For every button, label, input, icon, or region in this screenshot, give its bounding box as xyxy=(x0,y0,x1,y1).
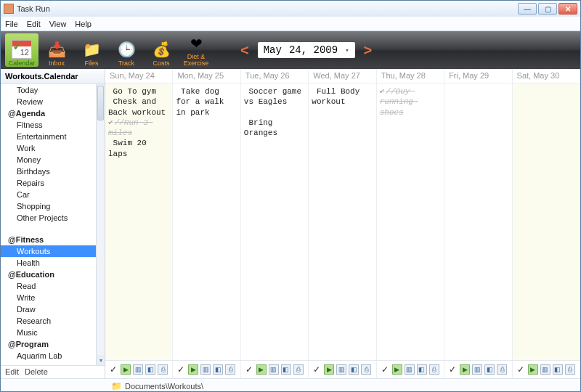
scroll-thumb[interactable] xyxy=(97,86,104,121)
sidebar-item-read[interactable]: Read xyxy=(1,280,105,292)
play-icon[interactable]: ▶ xyxy=(392,364,402,375)
sidebar-item-repairs[interactable]: Repairs xyxy=(1,177,105,189)
window-icon[interactable]: ▥ xyxy=(405,364,415,375)
day-column[interactable]: Go To gymChesk and Back workout//Run 3 m… xyxy=(105,83,173,360)
print-icon[interactable]: ⎙ xyxy=(429,364,439,375)
toolbar-diet-button[interactable]: ❤Diet & Exercise xyxy=(179,33,213,67)
check-icon[interactable]: ✓ xyxy=(244,364,254,375)
day-column[interactable] xyxy=(444,83,512,360)
toolbar-inbox-button[interactable]: 📥Inbox xyxy=(40,33,73,67)
task-line[interactable]: Go To gym xyxy=(108,86,169,97)
sidebar-item-today[interactable]: Today xyxy=(1,84,105,96)
print-icon[interactable]: ⎙ xyxy=(225,364,235,375)
day-column[interactable]: Soccer game vs EaglesBring Oranges xyxy=(241,83,309,360)
check-icon[interactable]: ✓ xyxy=(176,364,186,375)
sidebar-item-review[interactable]: Review xyxy=(1,96,105,107)
edit-button[interactable]: Edit xyxy=(5,367,19,377)
sidebar-item-write[interactable]: Write xyxy=(1,292,105,303)
sidebar-item-fitness[interactable]: Fitness xyxy=(1,119,105,131)
sidebar-item-money[interactable]: Money xyxy=(1,154,105,166)
window-icon[interactable]: ▥ xyxy=(133,364,143,375)
task-line[interactable]: Take dog for a walk in park xyxy=(176,86,237,118)
check-icon[interactable]: ✓ xyxy=(447,364,458,375)
day-column[interactable]: //Buy running shoes xyxy=(377,83,444,360)
check-icon[interactable]: ✓ xyxy=(516,364,526,375)
sidebar-item-birthdays[interactable]: Birthdays xyxy=(1,166,105,177)
menu-file[interactable]: File xyxy=(5,20,18,28)
toolbar-costs-button[interactable]: 💰Costs xyxy=(145,33,178,67)
split-icon[interactable]: ◧ xyxy=(417,364,427,375)
day-icon-cell: ✓▶▥◧⎙ xyxy=(241,361,309,378)
day-icon-cell: ✓▶▥◧⎙ xyxy=(377,361,444,378)
play-icon[interactable]: ▶ xyxy=(460,364,470,375)
maximize-button[interactable]: ▢ xyxy=(538,3,557,15)
window-icon[interactable]: ▥ xyxy=(472,364,482,375)
toolbar-calendar-button[interactable]: ✔12Calendar xyxy=(5,33,38,67)
window-icon[interactable]: ▥ xyxy=(336,364,346,375)
toolbar-files-button[interactable]: 📁Files xyxy=(75,33,108,67)
day-column[interactable] xyxy=(513,83,580,360)
print-icon[interactable]: ⎙ xyxy=(565,364,575,375)
task-line[interactable] xyxy=(244,107,305,118)
prev-week-button[interactable]: < xyxy=(237,42,252,59)
sidebar-item-entertainment[interactable]: Entertainment xyxy=(1,131,105,142)
split-icon[interactable]: ◧ xyxy=(213,364,223,375)
window-icon[interactable]: ▥ xyxy=(200,364,211,375)
window-icon[interactable]: ▥ xyxy=(269,364,279,375)
next-week-button[interactable]: > xyxy=(361,42,375,59)
play-icon[interactable]: ▶ xyxy=(324,364,334,375)
window-icon[interactable]: ▥ xyxy=(540,364,550,375)
task-line[interactable]: Swim 20 laps xyxy=(108,138,169,159)
check-icon[interactable]: ✓ xyxy=(380,364,390,375)
play-icon[interactable]: ▶ xyxy=(528,364,538,375)
task-line[interactable]: //Buy running shoes xyxy=(380,86,441,118)
play-icon[interactable]: ▶ xyxy=(188,364,198,375)
sidebar-item-research[interactable]: Research xyxy=(1,315,105,327)
sidebar-scrollbar[interactable]: ▴ ▾ xyxy=(96,84,105,365)
task-line[interactable]: //Run 3 miles xyxy=(108,118,169,139)
sidebar-item-other-projects[interactable]: Other Projects xyxy=(1,212,105,224)
sidebar-item-shopping[interactable]: Shopping xyxy=(1,200,105,212)
print-icon[interactable]: ⎙ xyxy=(158,364,168,375)
print-icon[interactable]: ⎙ xyxy=(497,364,507,375)
sidebar-item--agenda[interactable]: @Agenda xyxy=(1,107,105,119)
sidebar-item-workouts[interactable]: Workouts xyxy=(1,245,105,257)
menu-view[interactable]: View xyxy=(49,20,67,28)
day-column[interactable]: Full Body workout xyxy=(309,83,376,360)
sidebar-item--fitness[interactable]: @Fitness xyxy=(1,234,105,245)
check-icon[interactable]: ✓ xyxy=(312,364,322,375)
task-line[interactable]: Soccer game vs Eagles xyxy=(244,86,305,107)
close-button[interactable]: ✕ xyxy=(558,3,577,15)
task-line[interactable]: Chesk and Back workout xyxy=(108,97,169,118)
toolbar-track-button[interactable]: 🕒Track xyxy=(110,33,143,67)
split-icon[interactable]: ◧ xyxy=(553,364,563,375)
menu-help[interactable]: Help xyxy=(75,20,92,28)
check-icon[interactable]: ✓ xyxy=(108,364,118,375)
split-icon[interactable]: ◧ xyxy=(349,364,359,375)
day-header: Tue, May 26 xyxy=(241,69,309,83)
sidebar-item-car[interactable]: Car xyxy=(1,189,105,200)
play-icon[interactable]: ▶ xyxy=(256,364,267,375)
chevron-down-icon[interactable]: ▾ xyxy=(345,46,349,54)
print-icon[interactable]: ⎙ xyxy=(293,364,304,375)
delete-button[interactable]: Delete xyxy=(25,367,48,377)
sidebar-item--program[interactable]: @Program xyxy=(1,338,105,350)
task-line[interactable]: Bring Oranges xyxy=(244,118,305,139)
menu-edit[interactable]: Edit xyxy=(27,20,41,28)
sidebar-item-music[interactable]: Music xyxy=(1,327,105,338)
sidebar-item-draw[interactable]: Draw xyxy=(1,303,105,315)
task-line[interactable]: Full Body workout xyxy=(312,86,373,107)
sidebar-item-work[interactable]: Work xyxy=(1,142,105,154)
scroll-down-button[interactable]: ▾ xyxy=(97,355,105,365)
minimize-button[interactable]: — xyxy=(518,3,537,15)
print-icon[interactable]: ⎙ xyxy=(361,364,371,375)
play-icon[interactable]: ▶ xyxy=(121,364,131,375)
split-icon[interactable]: ◧ xyxy=(281,364,291,375)
split-icon[interactable]: ◧ xyxy=(484,364,495,375)
split-icon[interactable]: ◧ xyxy=(145,364,155,375)
sidebar-item--education[interactable]: @Education xyxy=(1,269,105,280)
sidebar-item-aquarim-lab[interactable]: Aquarim Lab xyxy=(1,350,105,362)
date-picker[interactable]: May 24, 2009 ▾ xyxy=(258,42,355,58)
day-column[interactable]: Take dog for a walk in park xyxy=(173,83,240,360)
sidebar-item-health[interactable]: Health xyxy=(1,257,105,269)
